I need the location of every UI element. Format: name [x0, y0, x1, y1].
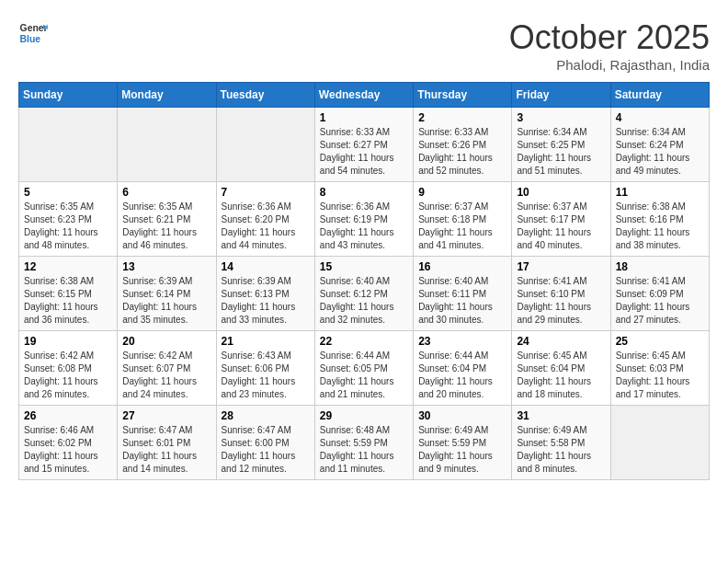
calendar-cell: 16Sunrise: 6:40 AMSunset: 6:11 PMDayligh…: [414, 257, 512, 331]
page-header: General Blue October 2025 Phalodi, Rajas…: [18, 18, 710, 73]
day-info: Sunrise: 6:35 AMSunset: 6:21 PMDaylight:…: [122, 201, 210, 252]
calendar-cell: 27Sunrise: 6:47 AMSunset: 6:01 PMDayligh…: [118, 406, 216, 480]
calendar-cell: 30Sunrise: 6:49 AMSunset: 5:59 PMDayligh…: [414, 406, 512, 480]
day-number: 14: [222, 260, 310, 273]
weekday-header-sunday: Sunday: [19, 83, 118, 108]
day-info: Sunrise: 6:38 AMSunset: 6:16 PMDaylight:…: [616, 201, 704, 252]
calendar-cell: 8Sunrise: 6:36 AMSunset: 6:19 PMDaylight…: [314, 182, 413, 257]
day-info: Sunrise: 6:44 AMSunset: 6:04 PMDaylight:…: [418, 350, 506, 401]
calendar-week-row: 12Sunrise: 6:38 AMSunset: 6:15 PMDayligh…: [19, 257, 710, 331]
day-info: Sunrise: 6:41 AMSunset: 6:10 PMDaylight:…: [517, 275, 605, 327]
day-number: 23: [418, 335, 506, 348]
day-info: Sunrise: 6:37 AMSunset: 6:17 PMDaylight:…: [517, 201, 605, 252]
calendar-cell: 12Sunrise: 6:38 AMSunset: 6:15 PMDayligh…: [19, 257, 118, 331]
day-number: 27: [122, 409, 210, 422]
calendar-cell: [19, 108, 118, 182]
day-info: Sunrise: 6:49 AMSunset: 5:59 PMDaylight:…: [418, 424, 506, 476]
calendar-cell: 17Sunrise: 6:41 AMSunset: 6:10 PMDayligh…: [512, 257, 610, 331]
day-number: 19: [24, 335, 112, 348]
day-number: 4: [616, 111, 704, 124]
day-number: 11: [616, 186, 704, 199]
day-info: Sunrise: 6:36 AMSunset: 6:20 PMDaylight:…: [222, 201, 310, 252]
calendar-cell: 21Sunrise: 6:43 AMSunset: 6:06 PMDayligh…: [216, 331, 314, 406]
day-number: 12: [24, 260, 112, 273]
day-info: Sunrise: 6:37 AMSunset: 6:18 PMDaylight:…: [418, 201, 506, 252]
day-info: Sunrise: 6:34 AMSunset: 6:24 PMDaylight:…: [616, 126, 704, 178]
calendar-table: SundayMondayTuesdayWednesdayThursdayFrid…: [18, 82, 710, 480]
day-info: Sunrise: 6:39 AMSunset: 6:13 PMDaylight:…: [222, 275, 310, 327]
day-number: 8: [320, 186, 408, 199]
calendar-cell: 22Sunrise: 6:44 AMSunset: 6:05 PMDayligh…: [314, 331, 413, 406]
calendar-cell: 9Sunrise: 6:37 AMSunset: 6:18 PMDaylight…: [414, 182, 512, 257]
day-number: 10: [517, 186, 605, 199]
day-info: Sunrise: 6:42 AMSunset: 6:07 PMDaylight:…: [122, 350, 210, 401]
calendar-cell: [118, 108, 216, 182]
calendar-cell: 10Sunrise: 6:37 AMSunset: 6:17 PMDayligh…: [512, 182, 610, 257]
calendar-cell: 3Sunrise: 6:34 AMSunset: 6:25 PMDaylight…: [512, 108, 610, 182]
day-number: 17: [517, 260, 605, 273]
day-number: 3: [517, 111, 605, 124]
day-number: 29: [320, 409, 408, 422]
weekday-header-row: SundayMondayTuesdayWednesdayThursdayFrid…: [19, 83, 710, 108]
day-number: 28: [222, 409, 310, 422]
day-info: Sunrise: 6:33 AMSunset: 6:26 PMDaylight:…: [418, 126, 506, 178]
calendar-cell: 4Sunrise: 6:34 AMSunset: 6:24 PMDaylight…: [610, 108, 709, 182]
calendar-cell: 20Sunrise: 6:42 AMSunset: 6:07 PMDayligh…: [118, 331, 216, 406]
day-info: Sunrise: 6:44 AMSunset: 6:05 PMDaylight:…: [320, 350, 408, 401]
weekday-header-tuesday: Tuesday: [216, 83, 314, 108]
calendar-week-row: 26Sunrise: 6:46 AMSunset: 6:02 PMDayligh…: [19, 406, 710, 480]
calendar-cell: 11Sunrise: 6:38 AMSunset: 6:16 PMDayligh…: [610, 182, 709, 257]
day-number: 30: [418, 409, 506, 422]
calendar-cell: 26Sunrise: 6:46 AMSunset: 6:02 PMDayligh…: [19, 406, 118, 480]
day-info: Sunrise: 6:40 AMSunset: 6:12 PMDaylight:…: [320, 275, 408, 327]
day-number: 22: [320, 335, 408, 348]
calendar-cell: [216, 108, 314, 182]
day-info: Sunrise: 6:39 AMSunset: 6:14 PMDaylight:…: [122, 275, 210, 327]
day-info: Sunrise: 6:40 AMSunset: 6:11 PMDaylight:…: [418, 275, 506, 327]
calendar-cell: 23Sunrise: 6:44 AMSunset: 6:04 PMDayligh…: [414, 331, 512, 406]
calendar-cell: 15Sunrise: 6:40 AMSunset: 6:12 PMDayligh…: [314, 257, 413, 331]
weekday-header-thursday: Thursday: [414, 83, 512, 108]
calendar-week-row: 19Sunrise: 6:42 AMSunset: 6:08 PMDayligh…: [19, 331, 710, 406]
day-number: 16: [418, 260, 506, 273]
day-info: Sunrise: 6:43 AMSunset: 6:06 PMDaylight:…: [222, 350, 310, 401]
calendar-cell: 31Sunrise: 6:49 AMSunset: 5:58 PMDayligh…: [512, 406, 610, 480]
calendar-week-row: 1Sunrise: 6:33 AMSunset: 6:27 PMDaylight…: [19, 108, 710, 182]
day-number: 24: [517, 335, 605, 348]
logo-icon: General Blue: [18, 18, 48, 48]
day-number: 13: [122, 260, 210, 273]
day-number: 1: [320, 111, 408, 124]
location-subtitle: Phalodi, Rajasthan, India: [509, 57, 710, 73]
calendar-cell: 25Sunrise: 6:45 AMSunset: 6:03 PMDayligh…: [610, 331, 709, 406]
day-info: Sunrise: 6:38 AMSunset: 6:15 PMDaylight:…: [24, 275, 112, 327]
day-number: 7: [222, 186, 310, 199]
weekday-header-friday: Friday: [512, 83, 610, 108]
day-number: 6: [122, 186, 210, 199]
day-number: 9: [418, 186, 506, 199]
day-info: Sunrise: 6:36 AMSunset: 6:19 PMDaylight:…: [320, 201, 408, 252]
calendar-cell: 29Sunrise: 6:48 AMSunset: 5:59 PMDayligh…: [314, 406, 413, 480]
day-info: Sunrise: 6:42 AMSunset: 6:08 PMDaylight:…: [24, 350, 112, 401]
calendar-week-row: 5Sunrise: 6:35 AMSunset: 6:23 PMDaylight…: [19, 182, 710, 257]
day-info: Sunrise: 6:47 AMSunset: 6:01 PMDaylight:…: [122, 424, 210, 476]
day-number: 31: [517, 409, 605, 422]
day-info: Sunrise: 6:49 AMSunset: 5:58 PMDaylight:…: [517, 424, 605, 476]
weekday-header-wednesday: Wednesday: [314, 83, 413, 108]
calendar-cell: 28Sunrise: 6:47 AMSunset: 6:00 PMDayligh…: [216, 406, 314, 480]
day-info: Sunrise: 6:45 AMSunset: 6:03 PMDaylight:…: [616, 350, 704, 401]
day-number: 20: [122, 335, 210, 348]
day-number: 5: [24, 186, 112, 199]
day-number: 25: [616, 335, 704, 348]
calendar-cell: 19Sunrise: 6:42 AMSunset: 6:08 PMDayligh…: [19, 331, 118, 406]
title-block: October 2025 Phalodi, Rajasthan, India: [509, 18, 710, 73]
weekday-header-saturday: Saturday: [610, 83, 709, 108]
calendar-cell: [610, 406, 709, 480]
day-number: 18: [616, 260, 704, 273]
calendar-cell: 6Sunrise: 6:35 AMSunset: 6:21 PMDaylight…: [118, 182, 216, 257]
day-number: 26: [24, 409, 112, 422]
day-info: Sunrise: 6:46 AMSunset: 6:02 PMDaylight:…: [24, 424, 112, 476]
month-title: October 2025: [509, 18, 710, 57]
weekday-header-monday: Monday: [118, 83, 216, 108]
calendar-cell: 7Sunrise: 6:36 AMSunset: 6:20 PMDaylight…: [216, 182, 314, 257]
calendar-cell: 13Sunrise: 6:39 AMSunset: 6:14 PMDayligh…: [118, 257, 216, 331]
